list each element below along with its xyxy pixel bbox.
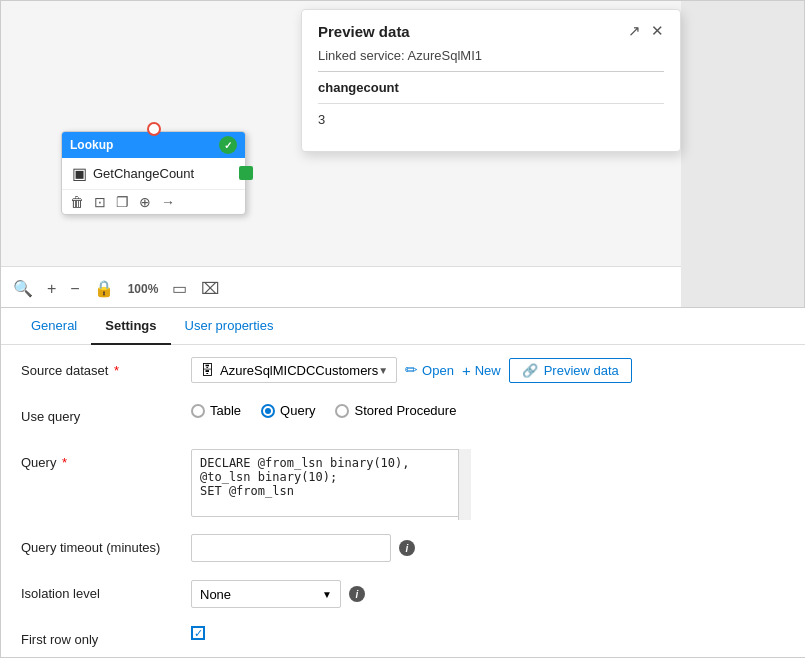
clone-icon[interactable]: ❐ [116, 194, 129, 210]
open-button[interactable]: ✏ Open [405, 361, 454, 379]
radio-stored-procedure[interactable]: Stored Procedure [335, 403, 456, 418]
dataset-chevron-icon: ▼ [378, 365, 388, 376]
radio-table-circle [191, 404, 205, 418]
query-controls: DECLARE @from_lsn binary(10), @to_lsn bi… [191, 449, 786, 520]
first-row-only-label: First row only [21, 626, 191, 647]
dataset-db-icon: 🗄 [200, 362, 214, 378]
preview-header-actions: ↗ ✕ [628, 22, 664, 40]
radio-table-label: Table [210, 403, 241, 418]
radio-query-circle [261, 404, 275, 418]
preview-table: changecount 3 [318, 71, 664, 135]
activity-name: GetChangeCount [93, 166, 194, 181]
isolation-value: None [200, 587, 231, 602]
radio-sp-circle [335, 404, 349, 418]
isolation-level-row: Isolation level None ▼ i [21, 580, 786, 612]
lookup-node: Lookup ✓ ▣ GetChangeCount 🗑 ⊡ ❐ ⊕ → [61, 131, 246, 215]
bottom-panel: General Settings User properties Source … [1, 307, 805, 657]
first-row-only-controls: ✓ [191, 626, 786, 640]
preview-column-header: changecount [318, 72, 664, 104]
preview-link-icon: 🔗 [522, 363, 538, 378]
connector-right [239, 166, 253, 180]
zoom-100-icon[interactable]: 100% [128, 282, 159, 296]
copy-icon[interactable]: ⊡ [94, 194, 106, 210]
preview-panel: Preview data ↗ ✕ Linked service: AzureSq… [301, 9, 681, 152]
lookup-footer: 🗑 ⊡ ❐ ⊕ → [62, 190, 245, 214]
query-timeout-input[interactable] [191, 534, 391, 562]
source-dataset-label: Source dataset * [21, 357, 191, 378]
open-pencil-icon: ✏ [405, 361, 418, 379]
lock-icon[interactable]: 🔒 [94, 279, 114, 298]
zoom-in-icon[interactable]: + [47, 280, 56, 298]
connector-top [147, 122, 161, 136]
preview-linked-service: Linked service: AzureSqlMI1 [302, 48, 680, 71]
lookup-label: Lookup [70, 138, 113, 152]
query-timeout-label: Query timeout (minutes) [21, 534, 191, 555]
tabs-row: General Settings User properties [1, 308, 805, 345]
fit-screen-icon[interactable]: ▭ [172, 279, 187, 298]
main-container: Lookup ✓ ▣ GetChangeCount 🗑 ⊡ ❐ ⊕ → 🔍 + … [0, 0, 805, 658]
preview-panel-header: Preview data ↗ ✕ [302, 10, 680, 48]
source-dataset-row: Source dataset * 🗄 AzureSqlMICDCCustomer… [21, 357, 786, 389]
dataset-select[interactable]: 🗄 AzureSqlMICDCCustomers ▼ [191, 357, 397, 383]
source-dataset-controls: 🗄 AzureSqlMICDCCustomers ▼ ✏ Open + New … [191, 357, 786, 383]
use-query-row: Use query Table Query [21, 403, 786, 435]
first-row-only-checkbox[interactable]: ✓ [191, 626, 205, 640]
first-row-only-row: First row only ✓ [21, 626, 786, 658]
add-icon[interactable]: ⊕ [139, 194, 151, 210]
lookup-body[interactable]: ▣ GetChangeCount [62, 158, 245, 190]
query-timeout-controls: i [191, 534, 786, 562]
query-textarea[interactable]: DECLARE @from_lsn binary(10), @to_lsn bi… [191, 449, 471, 517]
dataset-name: AzureSqlMICDCCustomers [220, 363, 378, 378]
arrow-icon[interactable]: → [161, 194, 175, 210]
use-query-label: Use query [21, 403, 191, 424]
use-query-controls: Table Query Stored Procedure [191, 403, 786, 418]
tab-settings[interactable]: Settings [91, 308, 170, 345]
radio-group: Table Query Stored Procedure [191, 403, 456, 418]
new-button[interactable]: + New [462, 362, 501, 379]
cursor-icon[interactable]: ⌧ [201, 279, 219, 298]
tab-general[interactable]: General [17, 308, 91, 344]
preview-panel-title: Preview data [318, 23, 410, 40]
canvas-toolbar: 🔍 + − 🔒 100% ▭ ⌧ [1, 266, 681, 310]
success-check-icon: ✓ [219, 136, 237, 154]
required-marker: * [114, 363, 119, 378]
radio-table[interactable]: Table [191, 403, 241, 418]
query-timeout-row: Query timeout (minutes) i [21, 534, 786, 566]
close-icon[interactable]: ✕ [651, 22, 664, 40]
query-row: Query * DECLARE @from_lsn binary(10), @t… [21, 449, 786, 520]
search-tool-icon[interactable]: 🔍 [13, 279, 33, 298]
radio-query[interactable]: Query [261, 403, 315, 418]
radio-sp-label: Stored Procedure [354, 403, 456, 418]
expand-icon[interactable]: ↗ [628, 22, 641, 40]
isolation-chevron-icon: ▼ [322, 589, 332, 600]
preview-table-row: 3 [318, 104, 664, 135]
delete-icon[interactable]: 🗑 [70, 194, 84, 210]
query-timeout-info-icon[interactable]: i [399, 540, 415, 556]
query-required-marker: * [62, 455, 67, 470]
query-wrapper: DECLARE @from_lsn binary(10), @to_lsn bi… [191, 449, 471, 520]
settings-content: Source dataset * 🗄 AzureSqlMICDCCustomer… [1, 345, 805, 658]
activity-icon: ▣ [72, 164, 87, 183]
isolation-level-controls: None ▼ i [191, 580, 786, 608]
isolation-select[interactable]: None ▼ [191, 580, 341, 608]
isolation-level-info-icon[interactable]: i [349, 586, 365, 602]
isolation-level-label: Isolation level [21, 580, 191, 601]
preview-data-button[interactable]: 🔗 Preview data [509, 358, 632, 383]
tab-user-properties[interactable]: User properties [171, 308, 288, 344]
new-plus-icon: + [462, 362, 471, 379]
radio-query-label: Query [280, 403, 315, 418]
query-label: Query * [21, 449, 191, 470]
zoom-out-icon[interactable]: − [70, 280, 79, 298]
